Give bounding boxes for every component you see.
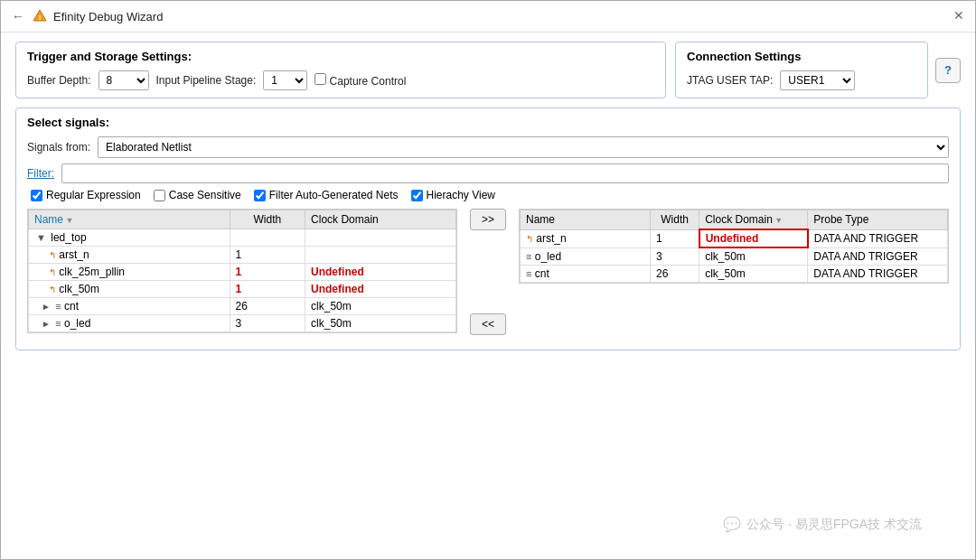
- row-label: cnt: [64, 300, 79, 313]
- move-buttons-panel: >> <<: [465, 209, 511, 341]
- left-col-clock: Clock Domain: [305, 210, 456, 229]
- filter-auto-checkbox[interactable]: [254, 190, 266, 201]
- left-row-clock: [305, 247, 456, 264]
- table-row: ≡ cnt 26 clk_50m DATA AND TRIGGER: [521, 266, 948, 283]
- right-row-width: 26: [651, 266, 699, 283]
- left-row-clock: clk_50m: [305, 315, 456, 332]
- title-bar: ← ! Efinity Debug Wizard ✕: [1, 1, 975, 33]
- table-row: ▼ led_top: [29, 229, 456, 247]
- neg-signal-icon: ↰: [49, 250, 56, 260]
- left-row-name: ↰ clk_50m: [29, 281, 230, 298]
- signals-from-label: Signals from:: [27, 141, 90, 154]
- tables-row: Name Width Clock Domain ▼ led_top: [27, 209, 949, 341]
- case-sensitive-checkbox[interactable]: [154, 190, 165, 201]
- left-row-width: 3: [230, 315, 305, 332]
- table-row: ↰ arst_n 1 Undefined DATA AND TRIGGER: [521, 229, 948, 247]
- table-row: ► ≡ o_led 3 clk_50m: [29, 315, 456, 332]
- jtag-select[interactable]: USER1 USER2: [780, 70, 855, 90]
- filter-input[interactable]: [61, 163, 949, 183]
- window-title: Efinity Debug Wizard: [53, 10, 163, 23]
- right-row-name: ≡ cnt: [521, 266, 651, 283]
- left-row-name: ↰ clk_25m_pllin: [29, 264, 230, 281]
- bus-signal-icon: ≡: [526, 268, 531, 279]
- table-row: ↰ clk_25m_pllin 1 Undefined: [29, 264, 456, 281]
- connection-settings-box: Connection Settings JTAG USER TAP: USER1…: [675, 42, 928, 98]
- left-row-name: ▼ led_top: [29, 229, 230, 247]
- trigger-storage-controls: Buffer Depth: 8 16 32 Input Pipeline Sta…: [27, 70, 654, 90]
- input-pipeline-label: Input Pipeline Stage:: [156, 74, 257, 87]
- trigger-storage-title: Trigger and Storage Settings:: [27, 50, 654, 63]
- bus-signal-icon: ≡: [55, 318, 61, 329]
- regular-expression-item: Regular Expression: [31, 189, 141, 201]
- help-button[interactable]: ?: [935, 58, 961, 83]
- left-row-clock: Undefined: [305, 281, 456, 298]
- input-pipeline-select[interactable]: 1 2 3: [263, 70, 307, 90]
- right-row-probe: DATA AND TRIGGER: [808, 229, 948, 247]
- left-row-width: 1: [230, 247, 305, 264]
- case-sensitive-label: Case Sensitive: [169, 189, 241, 201]
- close-button[interactable]: ✕: [953, 8, 964, 23]
- left-row-clock: [305, 229, 456, 247]
- filter-auto-item: Filter Auto-Generated Nets: [254, 189, 399, 201]
- buffer-depth-label: Buffer Depth:: [27, 74, 91, 87]
- table-row: ≡ o_led 3 clk_50m DATA AND TRIGGER: [521, 247, 948, 266]
- bus-signal-icon: ≡: [55, 301, 61, 312]
- capture-control-checkbox[interactable]: [314, 73, 326, 85]
- neg-signal-icon: ↰: [526, 234, 533, 244]
- row-label: led_top: [51, 231, 86, 244]
- capture-control-label: Capture Control: [314, 73, 406, 88]
- case-sensitive-item: Case Sensitive: [154, 189, 241, 201]
- row-label: clk_25m_pllin: [59, 266, 125, 278]
- left-row-width: [230, 229, 305, 247]
- expand-icon[interactable]: ▼: [36, 232, 46, 243]
- neg-signal-icon: ↰: [49, 267, 56, 277]
- right-signal-table: Name Width Clock Domain Probe Type ↰: [519, 209, 949, 284]
- bus-signal-icon: ≡: [526, 251, 531, 262]
- left-col-name[interactable]: Name: [29, 210, 230, 229]
- back-button[interactable]: ←: [12, 9, 24, 23]
- right-col-clock[interactable]: Clock Domain: [699, 210, 808, 230]
- remove-signal-button[interactable]: <<: [470, 313, 506, 335]
- left-row-width: 1: [230, 281, 305, 298]
- connection-settings-title: Connection Settings: [687, 50, 916, 63]
- table-row: ↰ clk_50m 1 Undefined: [29, 281, 456, 298]
- regular-expression-checkbox[interactable]: [31, 190, 42, 201]
- right-row-width: 3: [651, 247, 699, 266]
- filter-row: Filter:: [27, 163, 949, 183]
- signals-from-row: Signals from: Elaborated Netlist Synthes…: [27, 136, 949, 158]
- right-row-clock-undefined: Undefined: [699, 229, 808, 247]
- left-row-clock: clk_50m: [305, 298, 456, 315]
- content-area: Trigger and Storage Settings: Buffer Dep…: [1, 33, 975, 559]
- select-signals-box: Select signals: Signals from: Elaborated…: [15, 107, 961, 350]
- right-row-name: ≡ o_led: [521, 247, 651, 266]
- right-col-probe: Probe Type: [808, 210, 948, 230]
- left-row-width: 1: [230, 264, 305, 281]
- left-row-name: ► ≡ cnt: [29, 298, 230, 315]
- table-row: ► ≡ cnt 26 clk_50m: [29, 298, 456, 315]
- left-row-clock: Undefined: [305, 264, 456, 281]
- right-row-width: 1: [651, 229, 699, 247]
- right-row-probe: DATA AND TRIGGER: [808, 266, 948, 283]
- jtag-label: JTAG USER TAP:: [687, 74, 773, 87]
- right-col-name: Name: [521, 210, 651, 230]
- svg-text:!: !: [39, 14, 42, 22]
- filter-label: Filter:: [27, 167, 54, 180]
- add-signal-button[interactable]: >>: [470, 209, 506, 230]
- expand-icon[interactable]: ►: [42, 302, 51, 312]
- hierarchy-view-label: Hierachy View: [427, 189, 495, 201]
- hierarchy-view-checkbox[interactable]: [411, 190, 423, 201]
- right-col-width: Width: [651, 210, 699, 230]
- expand-icon[interactable]: ►: [42, 319, 51, 329]
- row-label: clk_50m: [59, 283, 99, 295]
- left-row-name: ► ≡ o_led: [29, 315, 230, 332]
- buffer-depth-select[interactable]: 8 16 32: [99, 70, 149, 90]
- signals-from-select[interactable]: Elaborated Netlist Synthesized Netlist: [98, 136, 949, 158]
- top-settings-row: Trigger and Storage Settings: Buffer Dep…: [15, 42, 961, 98]
- right-row-name: ↰ arst_n: [521, 229, 651, 247]
- left-signal-table: Name Width Clock Domain ▼ led_top: [27, 209, 457, 333]
- select-signals-title: Select signals:: [27, 116, 949, 129]
- right-row-clock: clk_50m: [699, 247, 808, 266]
- regular-expression-label: Regular Expression: [46, 189, 141, 201]
- checkboxes-row: Regular Expression Case Sensitive Filter…: [27, 189, 949, 201]
- left-row-width: 26: [230, 298, 305, 315]
